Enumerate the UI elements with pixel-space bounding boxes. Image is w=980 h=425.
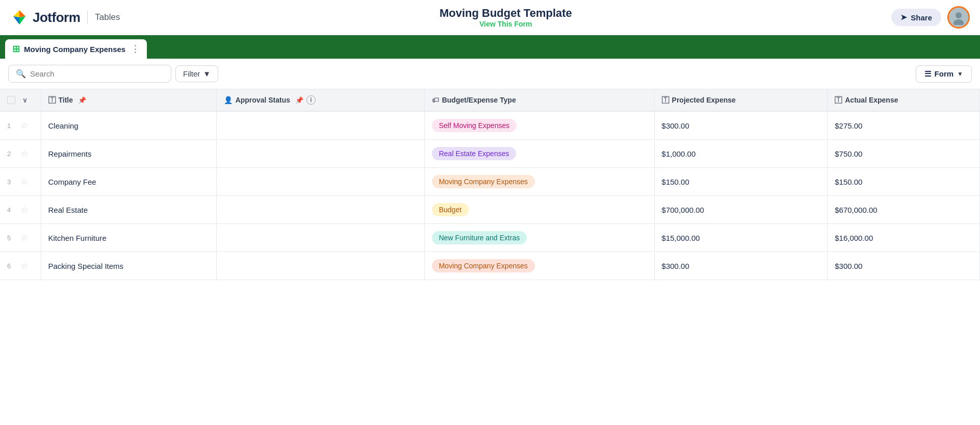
title-pin-icon: 📌 xyxy=(78,96,86,104)
star-icon[interactable]: ☆ xyxy=(20,261,28,271)
row-projected: $1,000.00 xyxy=(654,140,828,168)
avatar[interactable] xyxy=(947,6,970,29)
table-header: ∨ 🅃 Title 📌 👤 Approval Status 📌 xyxy=(0,89,980,111)
star-icon[interactable]: ☆ xyxy=(20,177,28,187)
table-row: 1 ☆ Cleaning Self Moving Expenses $300.0… xyxy=(0,111,980,140)
share-icon: ➤ xyxy=(900,13,907,22)
search-input[interactable] xyxy=(30,69,164,78)
tab-more-icon[interactable]: ⋮ xyxy=(131,43,140,55)
select-all-checkbox[interactable] xyxy=(7,96,15,104)
star-icon[interactable]: ☆ xyxy=(20,148,28,159)
tab-moving-company-expenses[interactable]: ⊞ Moving Company Expenses ⋮ xyxy=(5,39,147,59)
budget-type-icon: 🏷 xyxy=(432,96,439,104)
table-row: 2 ☆ Repairments Real Estate Expenses $1,… xyxy=(0,140,980,168)
share-button[interactable]: ➤ Share xyxy=(891,9,941,26)
row-approval xyxy=(216,196,424,224)
table-row: 5 ☆ Kitchen Furniture New Furniture and … xyxy=(0,224,980,252)
row-projected: $700,000.00 xyxy=(654,196,828,224)
logo-divider xyxy=(87,10,88,24)
col-actual: 🅃 Actual Expense xyxy=(828,89,980,111)
row-title: Company Fee xyxy=(41,168,216,196)
row-meta-cell: 2 ☆ xyxy=(0,140,41,168)
row-budget-type: Moving Company Expenses xyxy=(424,252,654,280)
toolbar: 🔍 Filter ▼ ☰ Form ▼ xyxy=(0,59,980,89)
row-title: Packing Special Items xyxy=(41,252,216,280)
actual-type-icon: 🅃 xyxy=(835,96,842,104)
approval-pin-icon: 📌 xyxy=(295,96,303,104)
budget-type-tag: Budget xyxy=(432,203,469,216)
col-title: 🅃 Title 📌 xyxy=(41,89,216,111)
jotform-logo-icon xyxy=(10,8,29,27)
budget-type-tag: New Furniture and Extras xyxy=(432,231,527,244)
row-approval xyxy=(216,224,424,252)
row-actual: $150.00 xyxy=(828,168,980,196)
svg-point-3 xyxy=(953,19,964,25)
filter-label: Filter xyxy=(183,69,200,78)
col-actual-label: Actual Expense xyxy=(845,96,898,104)
data-table-wrapper: ∨ 🅃 Title 📌 👤 Approval Status 📌 xyxy=(0,89,980,280)
row-projected: $300.00 xyxy=(654,252,828,280)
row-title: Repairments xyxy=(41,140,216,168)
table-row: 6 ☆ Packing Special Items Moving Company… xyxy=(0,252,980,280)
toolbar-right: ☰ Form ▼ xyxy=(916,65,972,83)
row-budget-type: Budget xyxy=(424,196,654,224)
star-icon[interactable]: ☆ xyxy=(20,120,28,131)
budget-type-tag: Moving Company Expenses xyxy=(432,259,535,272)
row-number: 3 xyxy=(7,178,15,186)
row-projected: $300.00 xyxy=(654,111,828,140)
row-number: 4 xyxy=(7,206,15,214)
row-budget-type: Real Estate Expenses xyxy=(424,140,654,168)
avatar-icon xyxy=(951,10,966,25)
row-number: 6 xyxy=(7,262,15,270)
row-meta-cell: 1 ☆ xyxy=(0,111,41,140)
title-type-icon: 🅃 xyxy=(48,96,56,104)
tables-label: Tables xyxy=(95,12,120,22)
svg-point-2 xyxy=(956,12,962,18)
row-meta-cell: 4 ☆ xyxy=(0,196,41,224)
row-budget-type: New Furniture and Extras xyxy=(424,224,654,252)
row-actual: $275.00 xyxy=(828,111,980,140)
approval-type-icon: 👤 xyxy=(224,96,233,104)
row-budget-type: Self Moving Expenses xyxy=(424,111,654,140)
select-chevron-icon[interactable]: ∨ xyxy=(22,96,28,104)
approval-info-icon[interactable]: i xyxy=(306,95,316,105)
col-title-label: Title xyxy=(59,96,73,104)
row-actual: $16,000.00 xyxy=(828,224,980,252)
col-approval: 👤 Approval Status 📌 i xyxy=(216,89,424,111)
budget-type-tag: Self Moving Expenses xyxy=(432,119,517,132)
table-body: 1 ☆ Cleaning Self Moving Expenses $300.0… xyxy=(0,111,980,280)
row-number: 2 xyxy=(7,150,15,158)
avatar-image xyxy=(949,8,968,27)
logo[interactable]: Jotform xyxy=(10,8,80,27)
row-approval xyxy=(216,140,424,168)
view-form-link[interactable]: View This Form xyxy=(440,20,572,28)
search-box[interactable]: 🔍 xyxy=(8,65,171,83)
tab-label: Moving Company Expenses xyxy=(24,45,125,54)
form-chevron-icon: ▼ xyxy=(957,70,963,78)
star-icon[interactable]: ☆ xyxy=(20,205,28,215)
row-meta-cell: 5 ☆ xyxy=(0,224,41,252)
header-center: Moving Budget Template View This Form xyxy=(440,7,572,28)
page-title: Moving Budget Template xyxy=(440,7,572,20)
form-icon: ☰ xyxy=(924,69,931,79)
row-actual: $750.00 xyxy=(828,140,980,168)
table-row: 3 ☆ Company Fee Moving Company Expenses … xyxy=(0,168,980,196)
row-projected: $15,000.00 xyxy=(654,224,828,252)
header-right: ➤ Share xyxy=(891,6,970,29)
row-meta-cell: 6 ☆ xyxy=(0,252,41,280)
row-title: Kitchen Furniture xyxy=(41,224,216,252)
row-meta-cell: 3 ☆ xyxy=(0,168,41,196)
row-title: Cleaning xyxy=(41,111,216,140)
form-button[interactable]: ☰ Form ▼ xyxy=(916,65,972,83)
filter-button[interactable]: Filter ▼ xyxy=(175,65,218,82)
toolbar-left: 🔍 Filter ▼ xyxy=(8,65,218,83)
header-left: Jotform Tables xyxy=(10,8,120,27)
col-projected: 🅃 Projected Expense xyxy=(654,89,828,111)
star-icon[interactable]: ☆ xyxy=(20,233,28,243)
col-budget-type: 🏷 Budget/Expense Type xyxy=(424,89,654,111)
row-approval xyxy=(216,168,424,196)
row-actual: $300.00 xyxy=(828,252,980,280)
row-title: Real Estate xyxy=(41,196,216,224)
col-select[interactable]: ∨ xyxy=(0,89,41,111)
row-number: 1 xyxy=(7,122,15,130)
